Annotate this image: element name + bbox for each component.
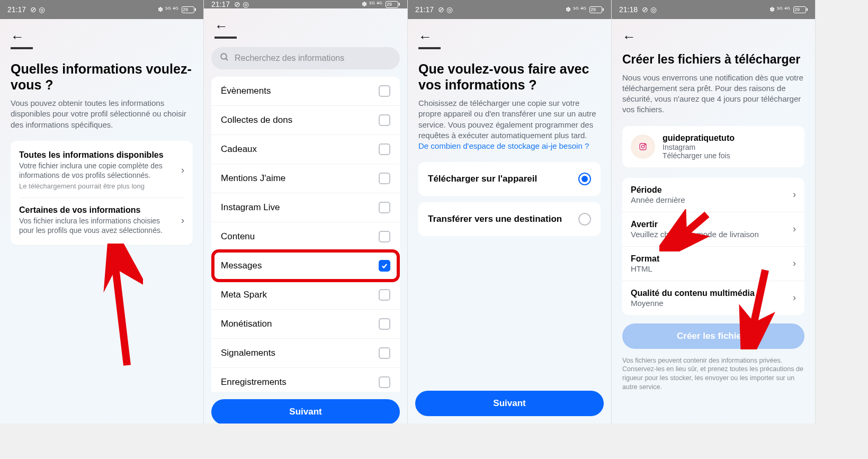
list-item-label: Cadeaux xyxy=(221,144,257,155)
screen-1: 21:17 ⊘ ◎ ✽ ⁵ᴳ ⁴ᴳ 29 ← Quelles informati… xyxy=(0,0,204,424)
svg-point-4 xyxy=(641,145,644,148)
checkbox-icon[interactable] xyxy=(379,231,390,242)
storage-link[interactable]: De combien d'espace de stockage ai-je be… xyxy=(418,141,589,150)
checkbox-icon[interactable] xyxy=(379,202,390,213)
checkbox-icon[interactable] xyxy=(379,318,390,330)
option-transfer-destination[interactable]: Transférer vers une destination xyxy=(418,202,601,236)
setting-row[interactable]: AvertirVeuillez choisir un mode de livra… xyxy=(622,212,804,247)
battery-level: 29 xyxy=(794,7,800,12)
setting-row[interactable]: Qualité du contenu multimédiaMoyenne› xyxy=(622,281,804,315)
footnote: Vos fichiers peuvent contenir des inform… xyxy=(622,356,804,392)
status-time: 21:17 xyxy=(211,0,230,8)
list-item-label: Messages xyxy=(221,260,262,271)
list-item-label: Monétisation xyxy=(221,319,272,329)
list-item[interactable]: Instagram Live xyxy=(211,193,400,222)
checkbox-icon[interactable] xyxy=(379,143,390,155)
subtitle-text: Choisissez de télécharger une copie sur … xyxy=(418,98,596,140)
status-icons-left: ⊘ ◎ xyxy=(438,5,453,14)
checkbox-icon[interactable] xyxy=(379,114,390,126)
option-download-device[interactable]: Télécharger sur l'appareil xyxy=(418,162,601,196)
header: ← xyxy=(408,19,611,51)
battery-level: 29 xyxy=(387,2,392,7)
page-title: Que voulez-vous faire avec vos informati… xyxy=(418,61,601,93)
chevron-right-icon: › xyxy=(181,215,184,226)
statusbar: 21:18 ⊘ ◎ ✽ ⁵ᴳ ⁴ᴳ 29 xyxy=(612,0,815,19)
checkbox-icon[interactable] xyxy=(379,347,390,359)
option-all-info[interactable]: Toutes les informations disponibles Votr… xyxy=(11,143,193,197)
battery-icon: 29 xyxy=(182,6,196,13)
list-item[interactable]: Signalements xyxy=(211,339,400,368)
screen-3: 21:17 ⊘ ◎ ✽ ⁵ᴳ ⁴ᴳ 29 ← Que voulez-vous f… xyxy=(408,0,612,424)
list-item[interactable]: Collectes de dons xyxy=(211,106,400,135)
page-title: Créer les fichiers à télécharger xyxy=(622,52,804,67)
account-name: guidepratiquetuto xyxy=(663,133,735,143)
status-icons-right: ✽ ⁵ᴳ ⁴ᴳ xyxy=(769,6,790,13)
checkbox-icon[interactable] xyxy=(379,376,390,388)
back-button[interactable]: ← xyxy=(11,29,33,49)
checkbox-icon[interactable] xyxy=(379,173,390,184)
list-item[interactable]: Enregistrements xyxy=(211,368,400,392)
create-files-button[interactable]: Créer les fichiers xyxy=(622,323,804,349)
status-time: 21:17 xyxy=(7,5,26,14)
chevron-right-icon: › xyxy=(181,165,184,176)
option-desc: Vos fichier inclura les informations cho… xyxy=(19,216,176,235)
setting-title: Période xyxy=(631,185,685,195)
setting-value: Veuillez choisir un mode de livraison xyxy=(631,230,759,239)
checkbox-checked-icon[interactable] xyxy=(379,260,390,272)
radio-label: Transférer vers une destination xyxy=(428,214,562,224)
status-icons-left: ⊘ ◎ xyxy=(642,5,657,14)
status-icons-right: ✽ ⁵ᴳ ⁴ᴳ xyxy=(566,6,586,13)
screen-2: 21:17 ⊘ ◎ ✽ ⁵ᴳ ⁴ᴳ 29 ← Recherchez des in… xyxy=(204,0,408,424)
setting-row[interactable]: PériodeAnnée dernière› xyxy=(622,178,804,212)
list-item[interactable]: Cadeaux xyxy=(211,135,400,164)
statusbar: 21:17 ⊘ ◎ ✽ ⁵ᴳ ⁴ᴳ 29 xyxy=(0,0,203,19)
header: ← xyxy=(204,8,407,41)
list-item-label: Instagram Live xyxy=(221,202,280,213)
search-input[interactable]: Recherchez des informations xyxy=(211,47,400,69)
chevron-right-icon: › xyxy=(793,258,796,269)
page-subtitle: Nous vous enverrons une notification dès… xyxy=(622,73,804,115)
statusbar: 21:17 ⊘ ◎ ✽ ⁵ᴳ ⁴ᴳ 29 xyxy=(408,0,611,19)
battery-icon: 29 xyxy=(793,6,808,13)
setting-value: HTML xyxy=(631,264,659,273)
battery-icon: 29 xyxy=(386,1,400,8)
status-time: 21:17 xyxy=(415,5,434,14)
back-button[interactable]: ← xyxy=(214,18,237,39)
account-note: Télécharger une fois xyxy=(663,151,735,160)
setting-title: Avertir xyxy=(631,220,759,229)
back-button[interactable]: ← xyxy=(418,29,441,49)
svg-point-5 xyxy=(645,144,645,145)
setting-title: Qualité du contenu multimédia xyxy=(631,289,755,298)
account-platform: Instagram xyxy=(663,143,735,151)
radio-selected-icon xyxy=(578,173,591,185)
info-list: ÉvènementsCollectes de donsCadeauxMentio… xyxy=(211,77,400,392)
back-button[interactable]: ← xyxy=(622,29,645,47)
battery-level: 29 xyxy=(590,7,596,12)
list-item[interactable]: Meta Spark xyxy=(211,281,400,310)
checkbox-icon[interactable] xyxy=(379,85,390,97)
setting-row[interactable]: FormatHTML› xyxy=(622,247,804,281)
next-button[interactable]: Suivant xyxy=(211,399,400,424)
page-subtitle: Vous pouvez obtenir toutes les informati… xyxy=(11,98,193,130)
list-item[interactable]: Contenu xyxy=(211,222,400,251)
header: ← xyxy=(612,19,815,49)
status-icons-left: ⊘ ◎ xyxy=(30,5,45,14)
list-item-label: Signalements xyxy=(221,348,275,358)
status-icons-right: ✽ ⁵ᴳ ⁴ᴳ xyxy=(158,6,178,13)
checkbox-icon[interactable] xyxy=(379,289,390,301)
option-some-info[interactable]: Certaines de vos informations Vos fichie… xyxy=(11,198,193,242)
chevron-right-icon: › xyxy=(793,292,796,303)
options-card: Toutes les informations disponibles Votr… xyxy=(11,141,193,245)
settings-card: PériodeAnnée dernière›AvertirVeuillez ch… xyxy=(622,178,804,315)
status-icons-left: ⊘ ◎ xyxy=(234,0,249,8)
chevron-right-icon: › xyxy=(793,223,796,235)
next-button[interactable]: Suivant xyxy=(415,391,604,416)
header: ← xyxy=(0,19,203,51)
instagram-icon xyxy=(639,142,647,151)
list-item[interactable]: Monétisation xyxy=(211,310,400,339)
option-desc: Votre fichier inclura une copie complète… xyxy=(19,161,176,180)
list-item[interactable]: Évènements xyxy=(211,77,400,106)
list-item[interactable]: Messages xyxy=(211,251,400,281)
option-title: Certaines de vos informations xyxy=(19,205,176,215)
list-item[interactable]: Mentions J'aime xyxy=(211,164,400,193)
